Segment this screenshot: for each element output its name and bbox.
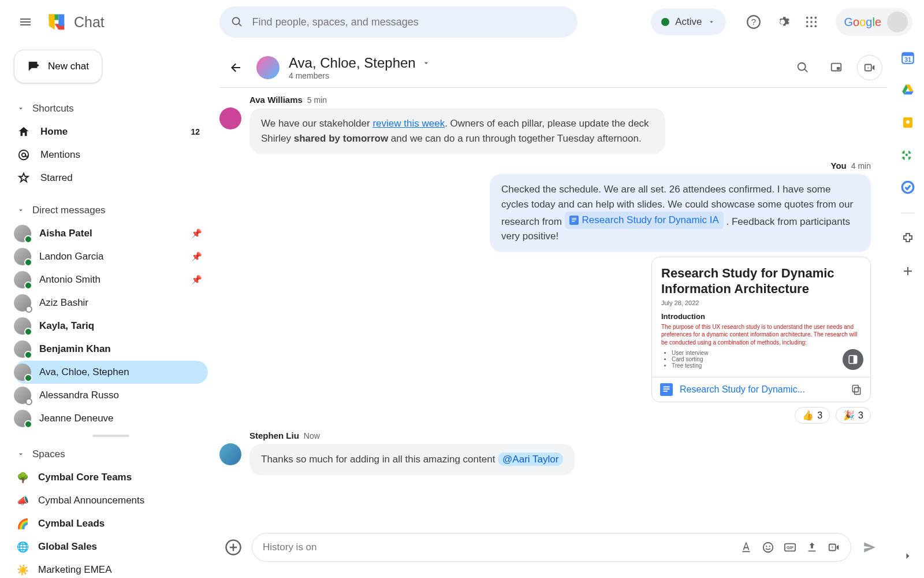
- svg-point-32: [766, 546, 767, 547]
- settings-button[interactable]: [774, 14, 791, 30]
- video-call-button[interactable]: +: [857, 55, 882, 80]
- message-bubble: We have our stakeholder review this week…: [249, 108, 665, 154]
- svg-rect-18: [572, 218, 576, 218]
- tasks-rail-icon[interactable]: [900, 179, 916, 195]
- caret-down-icon: [17, 105, 24, 112]
- sidebar: New chat Shortcuts Home 12 Mentions Star…: [0, 44, 219, 578]
- avatar: [14, 248, 31, 265]
- mention-chip[interactable]: @Aari Taylor: [498, 453, 563, 466]
- message-author: Stephen Liu: [249, 431, 299, 440]
- nav-starred[interactable]: Starred: [14, 166, 208, 190]
- rail-divider: [901, 213, 915, 213]
- emoji-icon[interactable]: [762, 541, 774, 554]
- add-button[interactable]: [222, 536, 245, 559]
- message-avatar: [219, 108, 241, 129]
- avatar: [14, 271, 31, 288]
- account-brand: Google: [844, 16, 881, 29]
- dm-item[interactable]: Alessandra Russo: [14, 384, 208, 407]
- docs-icon: [660, 383, 673, 396]
- doc-attachment[interactable]: Research Study for Dynamic Information A…: [651, 257, 871, 403]
- keep-rail-icon[interactable]: [900, 114, 916, 131]
- conversation-title[interactable]: Ava, Chloe, Stephen: [289, 55, 431, 71]
- side-panel-toggle[interactable]: [843, 349, 863, 370]
- avatar: [14, 225, 31, 242]
- message-link[interactable]: review this week: [372, 118, 445, 129]
- pin-icon: 📌: [191, 228, 202, 239]
- main-menu-button[interactable]: [12, 8, 39, 36]
- search-bar[interactable]: [219, 6, 578, 38]
- avatar: [14, 317, 31, 335]
- new-chat-icon: [27, 60, 40, 73]
- search-conversation-button[interactable]: [790, 55, 815, 80]
- chevron-down-icon: [707, 18, 716, 26]
- svg-rect-27: [855, 388, 860, 395]
- conversation-subtitle: 4 members: [289, 71, 431, 80]
- apps-button[interactable]: [803, 14, 819, 30]
- upload-icon[interactable]: [806, 541, 818, 554]
- space-emoji-icon: ☀️: [15, 564, 30, 576]
- svg-point-9: [811, 25, 813, 28]
- svg-point-43: [906, 154, 908, 156]
- drive-rail-icon[interactable]: [900, 82, 916, 98]
- gif-icon[interactable]: GIF: [784, 541, 796, 554]
- dm-item[interactable]: Landon Garcia📌: [14, 245, 208, 268]
- dm-item[interactable]: Benjamin Khan: [14, 338, 208, 361]
- send-button[interactable]: [858, 536, 881, 559]
- message-bubble: Thanks so much for adding in all this am…: [249, 444, 575, 475]
- help-button[interactable]: ?: [746, 14, 762, 30]
- meet-rail-icon[interactable]: [900, 147, 916, 163]
- caret-down-icon: [17, 451, 24, 458]
- docs-icon: [569, 216, 579, 225]
- dm-item[interactable]: Aziz Bashir: [14, 291, 208, 314]
- nav-home[interactable]: Home 12: [14, 120, 208, 143]
- video-icon[interactable]: +: [828, 541, 840, 554]
- dm-item[interactable]: Aisha Patel📌: [14, 222, 208, 245]
- message-time: Now: [304, 431, 320, 440]
- svg-point-5: [806, 21, 808, 23]
- pin-icon: 📌: [191, 251, 202, 262]
- back-button[interactable]: [224, 56, 247, 79]
- message-author: You: [831, 161, 847, 171]
- reaction[interactable]: 👍3: [795, 407, 830, 424]
- collapse-rail-icon[interactable]: [900, 548, 916, 564]
- space-emoji-icon: 🌐: [15, 541, 30, 553]
- search-input[interactable]: [252, 16, 566, 28]
- account-chip[interactable]: Google: [836, 8, 912, 36]
- svg-rect-22: [854, 356, 857, 364]
- side-rail: 31: [892, 44, 924, 578]
- space-item[interactable]: 📣Cymbal Announcements: [14, 489, 208, 512]
- section-shortcuts[interactable]: Shortcuts: [14, 97, 208, 120]
- add-rail-icon[interactable]: [900, 263, 916, 279]
- space-item[interactable]: 🌳Cymbal Core Teams: [14, 466, 208, 489]
- dm-item-active[interactable]: Ava, Chloe, Stephen: [14, 361, 208, 384]
- svg-point-6: [811, 21, 813, 23]
- present-button[interactable]: [824, 55, 849, 80]
- addons-rail-icon[interactable]: [900, 231, 916, 247]
- space-item[interactable]: ☀️Marketing EMEA: [14, 558, 208, 578]
- space-emoji-icon: 🌳: [15, 472, 30, 484]
- attachment-name: Research Study for Dynamic...: [680, 384, 844, 395]
- section-dm[interactable]: Direct messages: [14, 199, 208, 222]
- dm-item[interactable]: Kayla, Tariq: [14, 314, 208, 338]
- format-icon[interactable]: [740, 541, 752, 554]
- compose-input[interactable]: [263, 542, 732, 553]
- account-avatar: [887, 12, 908, 32]
- reaction[interactable]: 🎉3: [836, 407, 871, 424]
- calendar-rail-icon[interactable]: 31: [900, 50, 916, 66]
- space-item[interactable]: 🌐Global Sales: [14, 535, 208, 558]
- svg-rect-24: [664, 387, 670, 388]
- status-chip[interactable]: Active: [651, 9, 726, 35]
- attachment-title: Research Study for Dynamic Information A…: [661, 265, 861, 297]
- new-chat-button[interactable]: New chat: [14, 50, 102, 83]
- compose-box[interactable]: GIF +: [252, 533, 851, 562]
- nav-mentions[interactable]: Mentions: [14, 143, 208, 166]
- copy-icon[interactable]: [851, 384, 862, 395]
- dm-item[interactable]: Antonio Smith📌: [14, 268, 208, 291]
- section-spaces[interactable]: Spaces: [14, 443, 208, 466]
- space-item[interactable]: 🌈Cymbal Leads: [14, 512, 208, 535]
- logo-area: Chat: [45, 10, 207, 34]
- doc-chip[interactable]: Research Study for Dynamic IA: [565, 212, 724, 229]
- svg-point-7: [815, 21, 817, 23]
- dm-item[interactable]: Jeanne Deneuve: [14, 407, 208, 430]
- chevron-down-icon: [422, 58, 431, 68]
